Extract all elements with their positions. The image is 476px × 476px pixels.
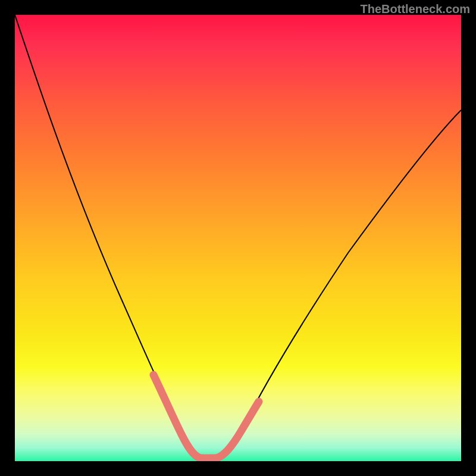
curve-svg	[15, 15, 461, 461]
plot-frame	[15, 15, 461, 461]
primary-curve	[15, 15, 461, 458]
right-marker	[216, 402, 259, 458]
left-marker	[154, 375, 201, 458]
watermark-text: TheBottleneck.com	[361, 2, 470, 16]
chart-wrapper: TheBottleneck.com	[0, 0, 476, 476]
